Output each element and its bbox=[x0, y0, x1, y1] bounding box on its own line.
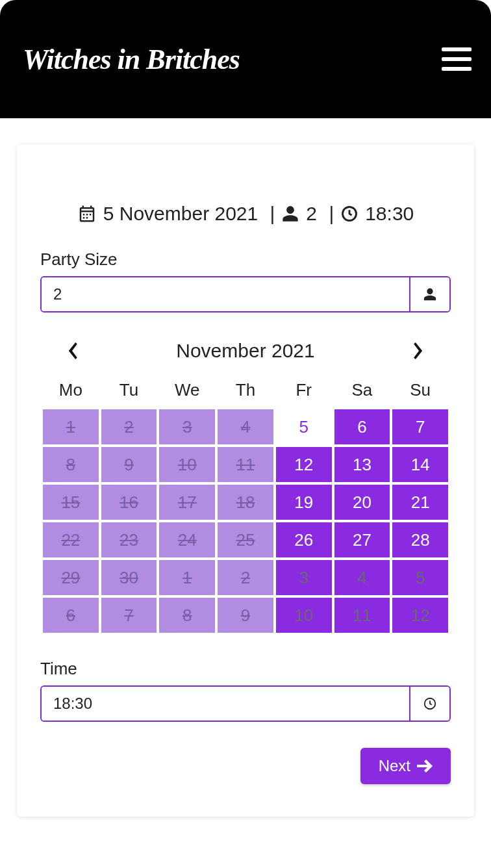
person-icon bbox=[409, 277, 449, 311]
calendar-day[interactable]: 5 bbox=[276, 409, 332, 444]
calendar-day[interactable]: 10 bbox=[276, 598, 332, 633]
calendar-day[interactable]: 19 bbox=[276, 485, 332, 520]
calendar-day[interactable]: 5 bbox=[392, 560, 448, 595]
calendar-day: 1 bbox=[159, 560, 215, 595]
calendar-day: 23 bbox=[101, 522, 157, 557]
calendar-dow: Tu bbox=[101, 376, 157, 407]
calendar-day[interactable]: 27 bbox=[334, 522, 390, 557]
calendar-day: 3 bbox=[159, 409, 215, 444]
party-size-field bbox=[40, 276, 451, 313]
separator: | bbox=[264, 203, 275, 225]
summary-date: 5 November 2021 bbox=[103, 203, 258, 225]
calendar-day: 4 bbox=[218, 409, 273, 444]
booking-card: 5 November 2021 | 2 | 18:30 Party Size bbox=[17, 144, 474, 817]
calendar-dow: Mo bbox=[43, 376, 99, 407]
calendar-day[interactable]: 4 bbox=[334, 560, 390, 595]
calendar-day[interactable]: 13 bbox=[334, 447, 390, 482]
separator: | bbox=[323, 203, 334, 225]
calendar-day: 9 bbox=[101, 447, 157, 482]
calendar-day: 22 bbox=[43, 522, 99, 557]
calendar-icon bbox=[77, 204, 97, 223]
next-button[interactable]: Next bbox=[360, 748, 451, 784]
clock-icon bbox=[409, 687, 449, 721]
calendar-day[interactable]: 26 bbox=[276, 522, 332, 557]
calendar-day: 10 bbox=[159, 447, 215, 482]
calendar-day[interactable]: 14 bbox=[392, 447, 448, 482]
calendar-day: 8 bbox=[43, 447, 99, 482]
calendar-day: 11 bbox=[218, 447, 273, 482]
time-label: Time bbox=[40, 659, 451, 679]
calendar-dow: Th bbox=[218, 376, 273, 407]
calendar-grid: MoTuWeThFrSaSu12345678910111213141516171… bbox=[40, 376, 451, 633]
clock-icon bbox=[340, 205, 359, 223]
calendar-day: 7 bbox=[101, 598, 157, 633]
calendar-day: 25 bbox=[218, 522, 273, 557]
next-month-button[interactable] bbox=[407, 338, 431, 363]
calendar-day[interactable]: 11 bbox=[334, 598, 390, 633]
time-input[interactable] bbox=[42, 687, 409, 721]
calendar: November 2021 MoTuWeThFrSaSu123456789101… bbox=[40, 332, 451, 633]
calendar-dow: Sa bbox=[334, 376, 390, 407]
calendar-day: 17 bbox=[159, 485, 215, 520]
booking-summary: 5 November 2021 | 2 | 18:30 bbox=[40, 203, 451, 225]
arrow-right-icon bbox=[417, 760, 433, 772]
calendar-day: 6 bbox=[43, 598, 99, 633]
party-size-label: Party Size bbox=[40, 249, 451, 270]
calendar-day: 18 bbox=[218, 485, 273, 520]
calendar-day[interactable]: 3 bbox=[276, 560, 332, 595]
calendar-day[interactable]: 12 bbox=[392, 598, 448, 633]
calendar-dow: We bbox=[159, 376, 215, 407]
summary-party: 2 bbox=[306, 203, 317, 225]
calendar-day: 24 bbox=[159, 522, 215, 557]
person-icon bbox=[281, 205, 299, 223]
calendar-day[interactable]: 28 bbox=[392, 522, 448, 557]
time-field bbox=[40, 685, 451, 722]
calendar-dow: Fr bbox=[276, 376, 332, 407]
calendar-day[interactable]: 12 bbox=[276, 447, 332, 482]
prev-month-button[interactable] bbox=[60, 338, 84, 363]
calendar-dow: Su bbox=[392, 376, 448, 407]
party-size-input[interactable] bbox=[42, 277, 409, 311]
calendar-day[interactable]: 7 bbox=[392, 409, 448, 444]
calendar-day[interactable]: 20 bbox=[334, 485, 390, 520]
brand-logo: Witches in Britches bbox=[23, 43, 240, 76]
menu-button[interactable] bbox=[442, 47, 472, 71]
calendar-title: November 2021 bbox=[176, 340, 314, 362]
calendar-day: 16 bbox=[101, 485, 157, 520]
calendar-day: 29 bbox=[43, 560, 99, 595]
hamburger-icon bbox=[442, 47, 472, 51]
calendar-day: 2 bbox=[218, 560, 273, 595]
calendar-day: 2 bbox=[101, 409, 157, 444]
app-header: Witches in Britches bbox=[0, 0, 491, 118]
calendar-day: 8 bbox=[159, 598, 215, 633]
next-button-label: Next bbox=[379, 757, 410, 775]
summary-time: 18:30 bbox=[365, 203, 414, 225]
calendar-day[interactable]: 21 bbox=[392, 485, 448, 520]
calendar-day: 15 bbox=[43, 485, 99, 520]
calendar-day[interactable]: 6 bbox=[334, 409, 390, 444]
calendar-day: 30 bbox=[101, 560, 157, 595]
calendar-day: 1 bbox=[43, 409, 99, 444]
calendar-day: 9 bbox=[218, 598, 273, 633]
